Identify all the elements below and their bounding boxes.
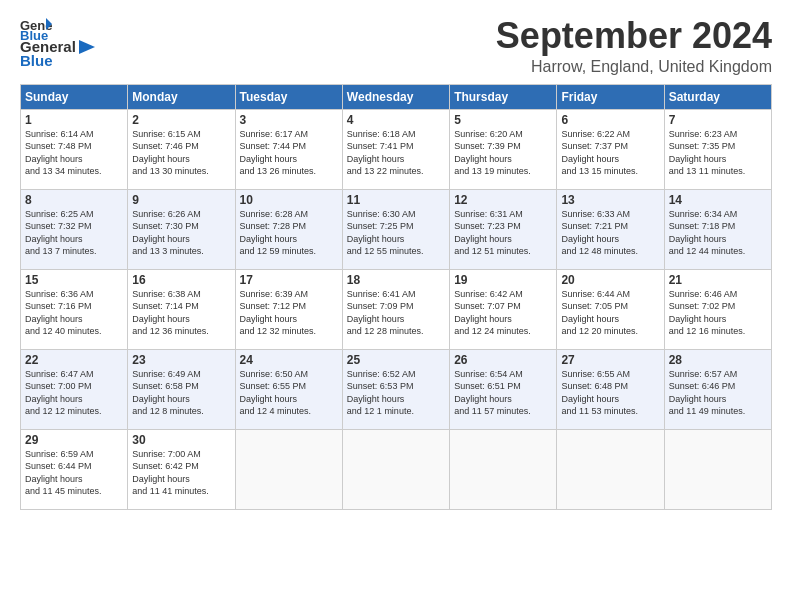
day-info: Sunrise: 6:38 AMSunset: 7:14 PMDaylight … [132, 288, 230, 338]
svg-marker-3 [79, 40, 95, 54]
day-number: 13 [561, 193, 659, 207]
day-number: 11 [347, 193, 445, 207]
day-number: 3 [240, 113, 338, 127]
day-number: 27 [561, 353, 659, 367]
table-row: 17Sunrise: 6:39 AMSunset: 7:12 PMDayligh… [235, 269, 342, 349]
calendar-header-row: Sunday Monday Tuesday Wednesday Thursday… [21, 84, 772, 109]
day-info: Sunrise: 6:59 AMSunset: 6:44 PMDaylight … [25, 448, 123, 498]
table-row: 15Sunrise: 6:36 AMSunset: 7:16 PMDayligh… [21, 269, 128, 349]
table-row: 13Sunrise: 6:33 AMSunset: 7:21 PMDayligh… [557, 189, 664, 269]
day-info: Sunrise: 7:00 AMSunset: 6:42 PMDaylight … [132, 448, 230, 498]
day-info: Sunrise: 6:36 AMSunset: 7:16 PMDaylight … [25, 288, 123, 338]
col-sunday: Sunday [21, 84, 128, 109]
day-info: Sunrise: 6:20 AMSunset: 7:39 PMDaylight … [454, 128, 552, 178]
table-row: 16Sunrise: 6:38 AMSunset: 7:14 PMDayligh… [128, 269, 235, 349]
day-info: Sunrise: 6:15 AMSunset: 7:46 PMDaylight … [132, 128, 230, 178]
day-number: 19 [454, 273, 552, 287]
day-number: 30 [132, 433, 230, 447]
day-info: Sunrise: 6:47 AMSunset: 7:00 PMDaylight … [25, 368, 123, 418]
day-info: Sunrise: 6:28 AMSunset: 7:28 PMDaylight … [240, 208, 338, 258]
table-row: 24Sunrise: 6:50 AMSunset: 6:55 PMDayligh… [235, 349, 342, 429]
table-row: 18Sunrise: 6:41 AMSunset: 7:09 PMDayligh… [342, 269, 449, 349]
day-info: Sunrise: 6:50 AMSunset: 6:55 PMDaylight … [240, 368, 338, 418]
day-number: 9 [132, 193, 230, 207]
table-row: 12Sunrise: 6:31 AMSunset: 7:23 PMDayligh… [450, 189, 557, 269]
table-row [235, 429, 342, 509]
table-row [342, 429, 449, 509]
header: General Blue General Blue September 2024… [20, 16, 772, 76]
table-row: 10Sunrise: 6:28 AMSunset: 7:28 PMDayligh… [235, 189, 342, 269]
day-number: 16 [132, 273, 230, 287]
table-row: 4Sunrise: 6:18 AMSunset: 7:41 PMDaylight… [342, 109, 449, 189]
calendar-row: 8Sunrise: 6:25 AMSunset: 7:32 PMDaylight… [21, 189, 772, 269]
day-number: 12 [454, 193, 552, 207]
table-row [557, 429, 664, 509]
table-row: 27Sunrise: 6:55 AMSunset: 6:48 PMDayligh… [557, 349, 664, 429]
day-info: Sunrise: 6:41 AMSunset: 7:09 PMDaylight … [347, 288, 445, 338]
day-info: Sunrise: 6:44 AMSunset: 7:05 PMDaylight … [561, 288, 659, 338]
day-number: 22 [25, 353, 123, 367]
day-info: Sunrise: 6:17 AMSunset: 7:44 PMDaylight … [240, 128, 338, 178]
table-row [450, 429, 557, 509]
table-row: 3Sunrise: 6:17 AMSunset: 7:44 PMDaylight… [235, 109, 342, 189]
table-row: 20Sunrise: 6:44 AMSunset: 7:05 PMDayligh… [557, 269, 664, 349]
day-number: 18 [347, 273, 445, 287]
day-info: Sunrise: 6:55 AMSunset: 6:48 PMDaylight … [561, 368, 659, 418]
day-info: Sunrise: 6:49 AMSunset: 6:58 PMDaylight … [132, 368, 230, 418]
col-thursday: Thursday [450, 84, 557, 109]
location: Harrow, England, United Kingdom [496, 58, 772, 76]
day-info: Sunrise: 6:33 AMSunset: 7:21 PMDaylight … [561, 208, 659, 258]
calendar-row: 1Sunrise: 6:14 AMSunset: 7:48 PMDaylight… [21, 109, 772, 189]
logo: General Blue General Blue [20, 16, 95, 69]
day-number: 6 [561, 113, 659, 127]
table-row: 6Sunrise: 6:22 AMSunset: 7:37 PMDaylight… [557, 109, 664, 189]
table-row: 22Sunrise: 6:47 AMSunset: 7:00 PMDayligh… [21, 349, 128, 429]
day-number: 28 [669, 353, 767, 367]
day-number: 26 [454, 353, 552, 367]
day-number: 24 [240, 353, 338, 367]
table-row [664, 429, 771, 509]
day-number: 1 [25, 113, 123, 127]
calendar-row: 29Sunrise: 6:59 AMSunset: 6:44 PMDayligh… [21, 429, 772, 509]
table-row: 14Sunrise: 6:34 AMSunset: 7:18 PMDayligh… [664, 189, 771, 269]
day-info: Sunrise: 6:14 AMSunset: 7:48 PMDaylight … [25, 128, 123, 178]
table-row: 30Sunrise: 7:00 AMSunset: 6:42 PMDayligh… [128, 429, 235, 509]
col-monday: Monday [128, 84, 235, 109]
table-row: 26Sunrise: 6:54 AMSunset: 6:51 PMDayligh… [450, 349, 557, 429]
day-info: Sunrise: 6:42 AMSunset: 7:07 PMDaylight … [454, 288, 552, 338]
day-info: Sunrise: 6:31 AMSunset: 7:23 PMDaylight … [454, 208, 552, 258]
day-info: Sunrise: 6:18 AMSunset: 7:41 PMDaylight … [347, 128, 445, 178]
logo-triangle [79, 40, 95, 54]
day-info: Sunrise: 6:39 AMSunset: 7:12 PMDaylight … [240, 288, 338, 338]
day-info: Sunrise: 6:25 AMSunset: 7:32 PMDaylight … [25, 208, 123, 258]
table-row: 11Sunrise: 6:30 AMSunset: 7:25 PMDayligh… [342, 189, 449, 269]
table-row: 9Sunrise: 6:26 AMSunset: 7:30 PMDaylight… [128, 189, 235, 269]
calendar-row: 15Sunrise: 6:36 AMSunset: 7:16 PMDayligh… [21, 269, 772, 349]
col-tuesday: Tuesday [235, 84, 342, 109]
col-wednesday: Wednesday [342, 84, 449, 109]
table-row: 7Sunrise: 6:23 AMSunset: 7:35 PMDaylight… [664, 109, 771, 189]
logo-blue: Blue [20, 52, 53, 69]
day-number: 10 [240, 193, 338, 207]
table-row: 19Sunrise: 6:42 AMSunset: 7:07 PMDayligh… [450, 269, 557, 349]
day-info: Sunrise: 6:22 AMSunset: 7:37 PMDaylight … [561, 128, 659, 178]
day-number: 29 [25, 433, 123, 447]
day-number: 5 [454, 113, 552, 127]
day-number: 4 [347, 113, 445, 127]
calendar-table: Sunday Monday Tuesday Wednesday Thursday… [20, 84, 772, 510]
col-saturday: Saturday [664, 84, 771, 109]
title-block: September 2024 Harrow, England, United K… [496, 16, 772, 76]
day-info: Sunrise: 6:54 AMSunset: 6:51 PMDaylight … [454, 368, 552, 418]
day-number: 25 [347, 353, 445, 367]
col-friday: Friday [557, 84, 664, 109]
day-number: 14 [669, 193, 767, 207]
table-row: 2Sunrise: 6:15 AMSunset: 7:46 PMDaylight… [128, 109, 235, 189]
logo-icon: General Blue [20, 16, 52, 40]
day-number: 21 [669, 273, 767, 287]
table-row: 8Sunrise: 6:25 AMSunset: 7:32 PMDaylight… [21, 189, 128, 269]
day-number: 15 [25, 273, 123, 287]
day-number: 20 [561, 273, 659, 287]
day-info: Sunrise: 6:52 AMSunset: 6:53 PMDaylight … [347, 368, 445, 418]
day-info: Sunrise: 6:30 AMSunset: 7:25 PMDaylight … [347, 208, 445, 258]
day-info: Sunrise: 6:26 AMSunset: 7:30 PMDaylight … [132, 208, 230, 258]
